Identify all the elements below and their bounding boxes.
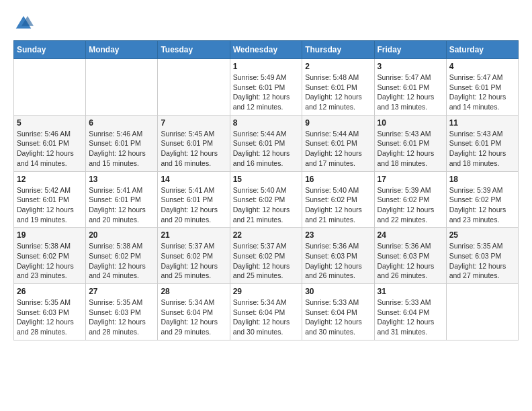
day-info: Sunrise: 5:43 AMSunset: 6:01 PMDaylight:… <box>449 129 515 169</box>
day-header-wednesday: Wednesday <box>230 41 302 59</box>
day-info: Sunrise: 5:35 AMSunset: 6:03 PMDaylight:… <box>449 241 515 281</box>
day-info: Sunrise: 5:42 AMSunset: 6:01 PMDaylight:… <box>17 185 83 225</box>
day-info: Sunrise: 5:44 AMSunset: 6:01 PMDaylight:… <box>233 129 300 169</box>
calendar-cell: 2Sunrise: 5:48 AMSunset: 6:01 PMDaylight… <box>302 59 374 116</box>
logo <box>13 13 36 34</box>
day-number: 22 <box>233 230 300 240</box>
day-number: 6 <box>89 118 154 128</box>
day-number: 28 <box>161 287 226 296</box>
day-info: Sunrise: 5:40 AMSunset: 6:02 PMDaylight:… <box>305 185 371 225</box>
day-info: Sunrise: 5:40 AMSunset: 6:02 PMDaylight:… <box>233 185 300 225</box>
calendar-cell: 26Sunrise: 5:35 AMSunset: 6:03 PMDayligh… <box>14 284 86 340</box>
day-number: 24 <box>378 230 443 240</box>
calendar-week-row: 1Sunrise: 5:49 AMSunset: 6:01 PMDaylight… <box>14 59 519 116</box>
calendar-table: SundayMondayTuesdayWednesdayThursdayFrid… <box>13 40 519 340</box>
calendar-cell: 10Sunrise: 5:43 AMSunset: 6:01 PMDayligh… <box>374 115 446 171</box>
day-number: 21 <box>161 230 226 240</box>
day-info: Sunrise: 5:37 AMSunset: 6:02 PMDaylight:… <box>161 241 226 281</box>
calendar-cell: 20Sunrise: 5:38 AMSunset: 6:02 PMDayligh… <box>86 228 158 284</box>
calendar-cell: 4Sunrise: 5:47 AMSunset: 6:01 PMDaylight… <box>446 59 518 116</box>
day-number: 13 <box>89 175 154 184</box>
day-info: Sunrise: 5:37 AMSunset: 6:02 PMDaylight:… <box>233 241 300 281</box>
calendar-cell: 30Sunrise: 5:33 AMSunset: 6:04 PMDayligh… <box>302 284 374 340</box>
day-info: Sunrise: 5:39 AMSunset: 6:02 PMDaylight:… <box>378 185 443 225</box>
calendar-cell: 19Sunrise: 5:38 AMSunset: 6:02 PMDayligh… <box>14 228 86 284</box>
day-number: 5 <box>17 118 83 128</box>
calendar-cell: 14Sunrise: 5:41 AMSunset: 6:01 PMDayligh… <box>158 171 230 228</box>
day-header-thursday: Thursday <box>302 41 374 59</box>
day-number: 19 <box>17 230 83 240</box>
calendar-cell <box>446 284 518 340</box>
calendar-cell: 11Sunrise: 5:43 AMSunset: 6:01 PMDayligh… <box>446 115 518 171</box>
day-info: Sunrise: 5:49 AMSunset: 6:01 PMDaylight:… <box>233 73 300 112</box>
calendar-cell <box>158 59 230 116</box>
day-number: 23 <box>305 230 371 240</box>
calendar-cell: 21Sunrise: 5:37 AMSunset: 6:02 PMDayligh… <box>158 228 230 284</box>
day-info: Sunrise: 5:38 AMSunset: 6:02 PMDaylight:… <box>17 241 83 281</box>
day-number: 10 <box>378 118 443 128</box>
day-number: 30 <box>305 287 371 296</box>
day-info: Sunrise: 5:33 AMSunset: 6:04 PMDaylight:… <box>305 298 371 337</box>
day-number: 17 <box>378 175 443 184</box>
day-info: Sunrise: 5:34 AMSunset: 6:04 PMDaylight:… <box>161 298 226 337</box>
day-number: 2 <box>305 62 371 71</box>
calendar-cell: 1Sunrise: 5:49 AMSunset: 6:01 PMDaylight… <box>230 59 302 116</box>
calendar-header-row: SundayMondayTuesdayWednesdayThursdayFrid… <box>14 41 519 59</box>
day-header-friday: Friday <box>374 41 446 59</box>
day-number: 9 <box>305 118 371 128</box>
day-number: 26 <box>17 287 83 296</box>
day-header-saturday: Saturday <box>446 41 518 59</box>
calendar-cell: 12Sunrise: 5:42 AMSunset: 6:01 PMDayligh… <box>14 171 86 228</box>
day-info: Sunrise: 5:39 AMSunset: 6:02 PMDaylight:… <box>449 185 515 225</box>
day-info: Sunrise: 5:35 AMSunset: 6:03 PMDaylight:… <box>17 298 83 337</box>
day-info: Sunrise: 5:44 AMSunset: 6:01 PMDaylight:… <box>305 129 371 169</box>
day-number: 29 <box>233 287 300 296</box>
day-number: 25 <box>449 230 515 240</box>
day-info: Sunrise: 5:46 AMSunset: 6:01 PMDaylight:… <box>89 129 154 169</box>
calendar-week-row: 26Sunrise: 5:35 AMSunset: 6:03 PMDayligh… <box>14 284 519 340</box>
calendar-cell: 8Sunrise: 5:44 AMSunset: 6:01 PMDaylight… <box>230 115 302 171</box>
day-number: 31 <box>378 287 443 296</box>
calendar-cell: 29Sunrise: 5:34 AMSunset: 6:04 PMDayligh… <box>230 284 302 340</box>
calendar-cell: 17Sunrise: 5:39 AMSunset: 6:02 PMDayligh… <box>374 171 446 228</box>
calendar-cell: 28Sunrise: 5:34 AMSunset: 6:04 PMDayligh… <box>158 284 230 340</box>
calendar-cell: 24Sunrise: 5:36 AMSunset: 6:03 PMDayligh… <box>374 228 446 284</box>
logo-icon <box>13 13 34 34</box>
day-number: 14 <box>161 175 226 184</box>
calendar-cell: 7Sunrise: 5:45 AMSunset: 6:01 PMDaylight… <box>158 115 230 171</box>
day-info: Sunrise: 5:34 AMSunset: 6:04 PMDaylight:… <box>233 298 300 337</box>
day-number: 7 <box>161 118 226 128</box>
calendar-cell: 9Sunrise: 5:44 AMSunset: 6:01 PMDaylight… <box>302 115 374 171</box>
day-number: 18 <box>449 175 515 184</box>
day-number: 1 <box>233 62 300 71</box>
day-info: Sunrise: 5:41 AMSunset: 6:01 PMDaylight:… <box>89 185 154 225</box>
day-header-tuesday: Tuesday <box>158 41 230 59</box>
calendar-cell: 15Sunrise: 5:40 AMSunset: 6:02 PMDayligh… <box>230 171 302 228</box>
day-header-sunday: Sunday <box>14 41 86 59</box>
day-info: Sunrise: 5:47 AMSunset: 6:01 PMDaylight:… <box>449 73 515 112</box>
day-info: Sunrise: 5:41 AMSunset: 6:01 PMDaylight:… <box>161 185 226 225</box>
day-info: Sunrise: 5:35 AMSunset: 6:03 PMDaylight:… <box>89 298 154 337</box>
calendar-cell: 22Sunrise: 5:37 AMSunset: 6:02 PMDayligh… <box>230 228 302 284</box>
day-info: Sunrise: 5:33 AMSunset: 6:04 PMDaylight:… <box>378 298 443 337</box>
day-number: 11 <box>449 118 515 128</box>
calendar-cell: 16Sunrise: 5:40 AMSunset: 6:02 PMDayligh… <box>302 171 374 228</box>
day-number: 27 <box>89 287 154 296</box>
calendar-cell: 3Sunrise: 5:47 AMSunset: 6:01 PMDaylight… <box>374 59 446 116</box>
calendar-cell <box>86 59 158 116</box>
day-info: Sunrise: 5:47 AMSunset: 6:01 PMDaylight:… <box>378 73 443 112</box>
calendar-cell: 31Sunrise: 5:33 AMSunset: 6:04 PMDayligh… <box>374 284 446 340</box>
calendar-cell: 18Sunrise: 5:39 AMSunset: 6:02 PMDayligh… <box>446 171 518 228</box>
day-number: 8 <box>233 118 300 128</box>
day-number: 4 <box>449 62 515 71</box>
day-number: 20 <box>89 230 154 240</box>
calendar-cell: 6Sunrise: 5:46 AMSunset: 6:01 PMDaylight… <box>86 115 158 171</box>
day-info: Sunrise: 5:36 AMSunset: 6:03 PMDaylight:… <box>378 241 443 281</box>
calendar-cell: 23Sunrise: 5:36 AMSunset: 6:03 PMDayligh… <box>302 228 374 284</box>
calendar-cell: 13Sunrise: 5:41 AMSunset: 6:01 PMDayligh… <box>86 171 158 228</box>
calendar-week-row: 12Sunrise: 5:42 AMSunset: 6:01 PMDayligh… <box>14 171 519 228</box>
calendar-cell <box>14 59 86 116</box>
day-number: 16 <box>305 175 371 184</box>
calendar-week-row: 19Sunrise: 5:38 AMSunset: 6:02 PMDayligh… <box>14 228 519 284</box>
day-info: Sunrise: 5:43 AMSunset: 6:01 PMDaylight:… <box>378 129 443 169</box>
